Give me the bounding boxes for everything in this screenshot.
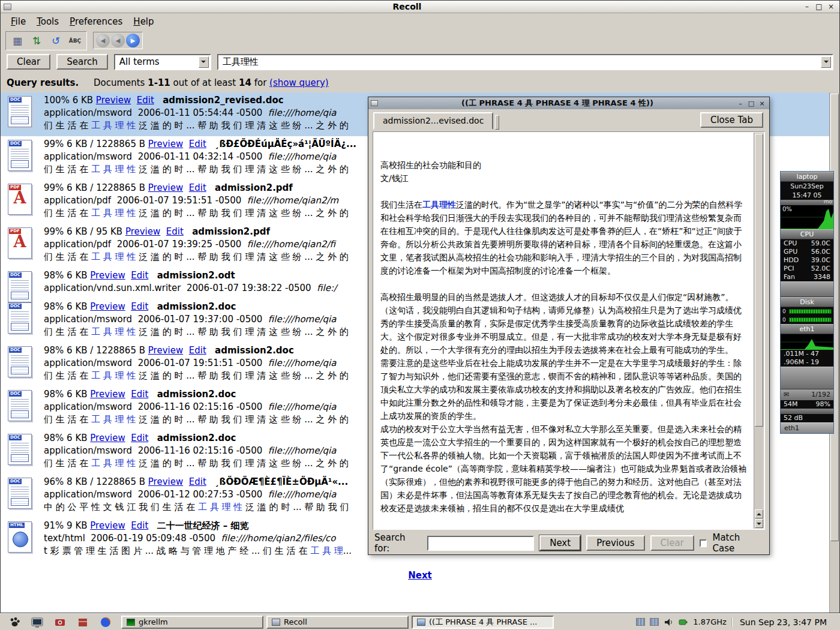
edit-link[interactable]: Edit bbox=[189, 345, 206, 356]
tab-handle[interactable] bbox=[495, 115, 499, 130]
preview-paragraph: 我们生活在工具理性泛滥的时代。作为“世之显学”的诸种以“事实”与“价值”的二分为… bbox=[380, 198, 746, 277]
result-url: file:///home/qia bbox=[268, 358, 337, 368]
edit-link[interactable]: Edit bbox=[189, 476, 206, 487]
gk-temp-row: HDD39.0C bbox=[781, 256, 833, 265]
result-url: file:///home/qian2/fi bbox=[247, 239, 335, 250]
preview-link[interactable]: Preview bbox=[96, 95, 131, 106]
window-menu-icon[interactable] bbox=[4, 4, 11, 10]
result-mime: application/msword 2006-01-12 00:27:53 -… bbox=[44, 489, 268, 500]
scrollbar-thumb[interactable] bbox=[755, 134, 763, 427]
gk-fan-row: Fan3348 bbox=[781, 273, 833, 281]
find-input[interactable] bbox=[427, 536, 534, 551]
result-filename: admission2.doc bbox=[157, 433, 236, 443]
gk-mail-row[interactable]: ✉ 1/192 bbox=[781, 389, 833, 400]
menu-help[interactable]: Help bbox=[128, 14, 159, 29]
term-explorer-icon[interactable]: ÂBÇ bbox=[66, 33, 84, 49]
edit-link[interactable]: Edit bbox=[131, 433, 148, 443]
gk-krell: mo bbox=[781, 200, 833, 205]
reset-search-icon[interactable]: ▦ bbox=[8, 33, 26, 49]
search-button[interactable]: Search bbox=[56, 54, 108, 70]
preview-link[interactable]: Preview bbox=[90, 301, 125, 312]
edit-link[interactable]: Edit bbox=[131, 301, 148, 312]
refresh-icon[interactable]: ↺ bbox=[47, 33, 65, 49]
paw-launcher-icon[interactable] bbox=[7, 615, 22, 629]
gk-net-row: .011M - 47 bbox=[781, 350, 833, 358]
minimize-icon[interactable]: – bbox=[736, 99, 745, 107]
preview-link[interactable]: Preview bbox=[148, 182, 183, 193]
close-icon[interactable]: × bbox=[826, 2, 836, 11]
preview-link[interactable]: Preview bbox=[90, 389, 125, 400]
chevron-down-icon[interactable] bbox=[199, 56, 209, 68]
menu-file[interactable]: File bbox=[5, 14, 31, 29]
find-clear-button[interactable]: Clear bbox=[650, 535, 694, 551]
task-button-recoll[interactable]: Recoll bbox=[266, 616, 409, 629]
preview-scrollbar[interactable] bbox=[754, 133, 764, 529]
preview-link[interactable]: Preview bbox=[90, 520, 125, 531]
preview-titlebar[interactable]: ((工 PHRASE 4 具 PHRASE 4 理 PHRASE 4 性)) –… bbox=[368, 97, 769, 109]
preview-find-bar: Search for: Next Previous Clear Match Ca… bbox=[368, 532, 769, 554]
result-mime: application/pdf 2006-01-07 19:39:25 -050… bbox=[44, 239, 247, 250]
main-titlebar[interactable]: Recoll – □ × bbox=[1, 1, 839, 13]
battery-icon[interactable] bbox=[678, 617, 688, 627]
preview-link[interactable]: Preview bbox=[90, 433, 125, 443]
preview-text[interactable]: 高校招生的社会功能和目的文/钱江我们生活在工具理性泛滥的时代。作为“世之显学”的… bbox=[380, 158, 746, 529]
gkrellm-monitor[interactable]: laptop Sun23Sep 15:47 05 mo 0% CPU CPU59… bbox=[780, 171, 834, 434]
search-mode-combo[interactable]: All terms bbox=[114, 54, 211, 70]
maximize-icon[interactable]: □ bbox=[814, 2, 824, 11]
screenshot-launcher-icon[interactable] bbox=[53, 615, 67, 629]
menu-preferences[interactable]: Preferences bbox=[64, 14, 128, 29]
workspace-switcher-icon[interactable] bbox=[650, 618, 659, 626]
clock[interactable]: Sun Sep 23, 3:47 PM bbox=[731, 617, 834, 627]
close-tab-button[interactable]: Close Tab bbox=[700, 112, 763, 128]
task-button-preview[interactable]: ((工 PHRASE 4 具 PHRASE ... bbox=[412, 616, 554, 629]
result-mime: application/msword 2006-01-11 05:54:44 -… bbox=[44, 107, 268, 118]
scroll-down-icon[interactable] bbox=[755, 519, 763, 528]
window-menu-icon[interactable] bbox=[371, 100, 378, 106]
next-page-link[interactable]: Next bbox=[408, 570, 432, 581]
edit-link[interactable]: Edit bbox=[189, 182, 206, 193]
maximize-icon[interactable]: □ bbox=[746, 99, 756, 107]
preview-tab[interactable]: admission2...evised.doc bbox=[373, 112, 493, 130]
preview-link[interactable]: Preview bbox=[125, 226, 160, 237]
keyboard-indicator-icon[interactable] bbox=[636, 618, 645, 626]
edit-link[interactable]: Edit bbox=[131, 520, 148, 531]
gk-disk-section: 00 bbox=[781, 307, 833, 324]
cpu-frequency[interactable]: 1.87GHz bbox=[693, 617, 727, 626]
firefox-launcher-icon[interactable] bbox=[98, 615, 113, 629]
menu-tools[interactable]: Tools bbox=[31, 14, 64, 29]
edit-link[interactable]: Edit bbox=[131, 389, 148, 400]
volume-icon[interactable] bbox=[664, 617, 673, 627]
result-filename: admission2.doc bbox=[157, 301, 236, 312]
result-mime: application/msword 2006-11-16 02:15:16 -… bbox=[44, 401, 268, 412]
edit-link[interactable]: Edit bbox=[131, 270, 148, 281]
preview-link[interactable]: Preview bbox=[148, 476, 183, 487]
prev-page-icon[interactable]: ◀ bbox=[111, 34, 125, 47]
result-filename: admission2.pdf bbox=[192, 226, 270, 237]
edit-link[interactable]: Edit bbox=[166, 226, 184, 237]
first-page-icon[interactable]: ◀ bbox=[96, 34, 110, 47]
find-next-button[interactable]: Next bbox=[539, 535, 581, 551]
query-input[interactable]: 工具理性 bbox=[217, 54, 833, 70]
results-count-text: Documents 1-11 out of at least 14 for bbox=[94, 77, 266, 88]
find-previous-button[interactable]: Previous bbox=[586, 535, 644, 551]
show-query-link[interactable]: (show query) bbox=[269, 77, 329, 88]
edit-link[interactable]: Edit bbox=[137, 95, 154, 106]
task-button-gkrellm[interactable]: gkrellm bbox=[121, 616, 263, 629]
match-case-checkbox[interactable] bbox=[700, 539, 707, 547]
terminal-launcher-icon[interactable] bbox=[30, 615, 44, 629]
clear-button[interactable]: Clear bbox=[7, 54, 50, 70]
close-icon[interactable]: × bbox=[757, 99, 767, 107]
package-launcher-icon[interactable] bbox=[76, 615, 90, 629]
chevron-down-icon[interactable] bbox=[821, 56, 831, 68]
minimize-icon[interactable]: – bbox=[802, 2, 812, 11]
preview-link[interactable]: Preview bbox=[148, 139, 183, 149]
preview-window-title: ((工 PHRASE 4 具 PHRASE 4 理 PHRASE 4 性)) bbox=[380, 98, 734, 109]
result-relevance: 98% 6 KB bbox=[44, 433, 90, 443]
edit-link[interactable]: Edit bbox=[189, 139, 206, 149]
next-page-icon[interactable]: ▶ bbox=[126, 34, 140, 47]
preview-link[interactable]: Preview bbox=[148, 345, 183, 356]
preview-link[interactable]: Preview bbox=[90, 270, 125, 281]
sort-parameters-icon[interactable]: ⇅ bbox=[28, 33, 46, 49]
scroll-up-icon[interactable] bbox=[755, 509, 763, 518]
gk-cpu-chart: 0% bbox=[781, 205, 833, 229]
